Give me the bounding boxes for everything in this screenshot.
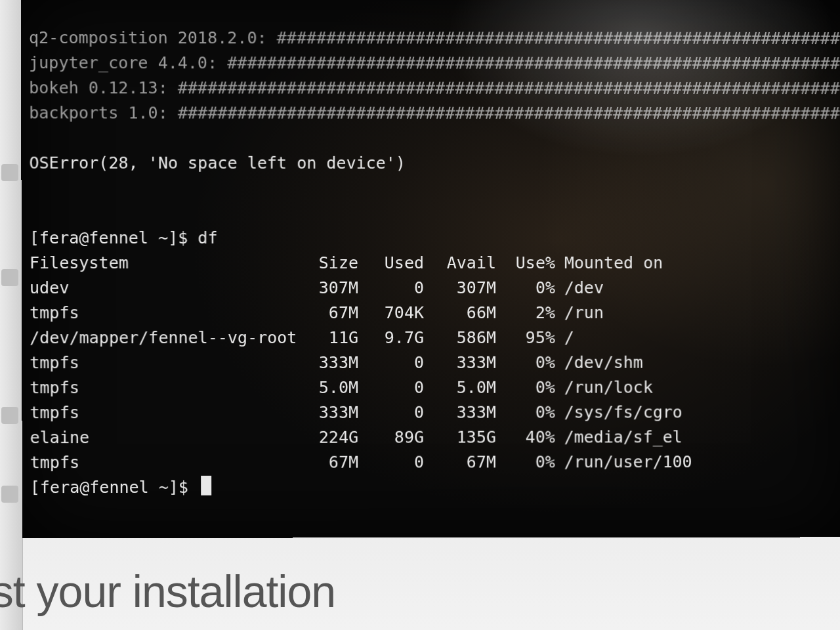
background-heading: est your installation — [0, 566, 335, 617]
df-row: tmpfs333M0333M0%/sys/fs/cgro — [30, 400, 840, 425]
df-row: /dev/mapper/fennel--vg-root11G9.7G586M95… — [30, 326, 840, 350]
shell-prompt: [fera@fennel ~]$ — [30, 478, 198, 497]
df-cell-size: 11G — [299, 326, 358, 350]
df-row: tmpfs67M067M0%/run/user/100 — [30, 450, 840, 475]
df-cell-usep: 0% — [496, 350, 555, 375]
df-cell-usep: 0% — [496, 375, 555, 400]
df-cell-used: 0 — [358, 276, 424, 301]
df-cell-used: 704K — [358, 301, 424, 326]
df-cell-avail: 333M — [424, 350, 496, 375]
df-cell-size: 333M — [299, 350, 358, 375]
df-cell-fs: tmpfs — [30, 450, 300, 475]
df-cell-size: 307M — [299, 276, 358, 301]
df-cell-avail: 307M — [424, 276, 496, 301]
background-sidebar — [0, 0, 23, 630]
df-col-usepercent: Use% — [496, 251, 555, 276]
df-cell-mnt: /run/user/100 — [555, 450, 692, 474]
df-cell-used: 0 — [358, 375, 424, 400]
df-row: tmpfs67M704K66M2%/run — [30, 301, 840, 326]
df-col-filesystem: Filesystem — [30, 251, 299, 276]
df-cell-size: 5.0M — [299, 375, 358, 400]
df-col-size: Size — [299, 251, 358, 276]
df-cell-fs: tmpfs — [30, 301, 299, 326]
df-cell-used: 0 — [358, 450, 424, 475]
df-row: tmpfs333M0333M0%/dev/shm — [30, 350, 840, 376]
df-cell-avail: 67M — [424, 450, 496, 475]
df-cell-fs: tmpfs — [30, 400, 299, 425]
df-cell-usep: 2% — [496, 301, 555, 326]
terminal-window[interactable]: q2-composition 2018.2.0: ###############… — [21, 0, 840, 538]
df-cell-avail: 5.0M — [424, 375, 496, 400]
df-col-mounted: Mounted on — [555, 251, 663, 276]
shell-prompt: [fera@fennel ~]$ df — [30, 228, 218, 247]
error-line: OSError(28, 'No space left on device') — [29, 154, 405, 173]
progress-line: q2-composition 2018.2.0: ###############… — [29, 28, 840, 48]
df-row: tmpfs5.0M05.0M0%/run/lock — [30, 375, 840, 401]
df-col-used: Used — [358, 251, 424, 276]
df-cell-avail: 66M — [424, 301, 496, 326]
df-cell-fs: /dev/mapper/fennel--vg-root — [30, 326, 299, 350]
df-cell-size: 67M — [299, 301, 358, 326]
df-cell-mnt: /sys/fs/cgro — [555, 400, 682, 425]
df-cell-mnt: /dev — [555, 276, 604, 301]
progress-line: bokeh 0.12.13: #########################… — [29, 78, 840, 98]
df-cell-mnt: /dev/shm — [555, 350, 643, 375]
df-cell-size: 67M — [299, 450, 358, 475]
cursor-block-icon — [201, 476, 211, 495]
df-cell-mnt: / — [555, 326, 574, 350]
df-cell-used: 89G — [358, 425, 424, 450]
df-cell-used: 0 — [358, 400, 424, 425]
df-cell-mnt: /run — [555, 301, 604, 326]
df-row: udev307M0307M0%/dev — [30, 276, 840, 301]
df-cell-usep: 40% — [496, 425, 555, 450]
df-cell-fs: tmpfs — [30, 350, 299, 375]
df-cell-size: 333M — [299, 400, 358, 425]
df-cell-fs: elaine — [30, 425, 300, 450]
sidebar-glyph — [1, 407, 18, 424]
df-header-row: FilesystemSizeUsedAvailUse%Mounted on — [30, 251, 840, 276]
df-cell-usep: 0% — [496, 276, 555, 301]
df-cell-avail: 135G — [424, 425, 496, 450]
sidebar-glyph — [1, 164, 18, 181]
df-cell-usep: 0% — [496, 400, 555, 425]
df-cell-usep: 0% — [496, 450, 555, 474]
df-cell-avail: 586M — [424, 326, 496, 350]
df-cell-mnt: /media/sf_el — [555, 425, 682, 450]
df-cell-avail: 333M — [424, 400, 496, 425]
df-cell-fs: tmpfs — [30, 375, 299, 400]
df-cell-used: 0 — [358, 350, 424, 375]
df-cell-fs: udev — [30, 276, 299, 301]
progress-line: jupyter_core 4.4.0: ####################… — [29, 53, 840, 73]
progress-line: backports 1.0: #########################… — [29, 103, 840, 123]
sidebar-glyph — [1, 269, 18, 286]
df-cell-mnt: /run/lock — [555, 375, 653, 400]
terminal-output: q2-composition 2018.2.0: ###############… — [21, 0, 840, 525]
df-cell-usep: 95% — [496, 326, 555, 350]
df-row: elaine224G89G135G40%/media/sf_el — [30, 425, 840, 450]
df-col-avail: Avail — [424, 251, 496, 276]
df-cell-size: 224G — [299, 425, 358, 450]
df-cell-used: 9.7G — [358, 326, 424, 350]
sidebar-glyph — [1, 486, 18, 503]
